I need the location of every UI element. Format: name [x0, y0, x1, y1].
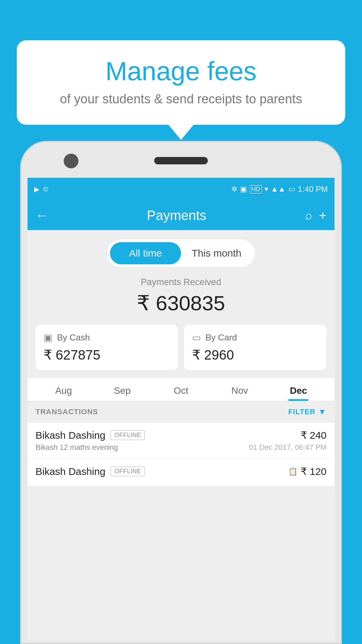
filter-button[interactable]: FILTER ▼	[288, 407, 326, 417]
payments-amount: ₹ 630835	[27, 291, 335, 315]
transaction-row-2-top: Bikash Dashing OFFLINE 📋 ₹ 120	[36, 466, 326, 477]
tab-nov[interactable]: Nov	[210, 378, 269, 401]
transaction-date-1: 01 Dec 2017, 06:47 PM	[249, 443, 326, 452]
card-label: By Card	[205, 332, 237, 343]
cash-card-header: ▣ By Cash	[44, 332, 170, 343]
speaker-bar	[154, 157, 208, 164]
cash-amount: ₹ 627875	[44, 347, 170, 363]
tab-oct[interactable]: Oct	[152, 378, 210, 401]
filter-icon: ▼	[318, 407, 326, 417]
card-card: ▭ By Card ₹ 2960	[184, 325, 326, 370]
hero-title: Manage fees	[37, 57, 325, 86]
toggle-pill: All time This month	[107, 239, 255, 267]
toggle-container: All time This month	[27, 230, 335, 274]
hero-card: Manage fees of your students & send rece…	[17, 40, 345, 125]
play-icon: ▶	[34, 185, 39, 193]
add-button[interactable]: +	[319, 208, 326, 223]
transaction-desc-1: Bikash 12 maths evening	[36, 443, 244, 452]
back-button[interactable]: ←	[36, 208, 48, 223]
payments-section: Payments Received ₹ 630835	[27, 274, 335, 325]
tab-dec[interactable]: Dec	[269, 378, 328, 401]
status-right-icons: ✲ ▣ HD ▾ ▲▲ ▭ 1:40 PM	[231, 184, 328, 194]
app-icon: ©	[43, 185, 48, 193]
cash-icon: ▣	[44, 332, 52, 343]
status-time: 1:40 PM	[298, 184, 328, 194]
transaction-amount-1: ₹ 240	[301, 429, 326, 441]
card-icon: ▭	[192, 332, 201, 343]
tab-sep[interactable]: Sep	[93, 378, 152, 401]
offline-badge-1: OFFLINE	[111, 430, 145, 440]
transaction-row-1-bottom: Bikash 12 maths evening 01 Dec 2017, 06:…	[36, 443, 326, 452]
transaction-name-2: Bikash Dashing	[36, 466, 105, 477]
hero-subtitle: of your students & send receipts to pare…	[37, 92, 325, 106]
transaction-row-1-top: Bikash Dashing OFFLINE ₹ 240	[36, 429, 326, 441]
cash-label: By Cash	[57, 332, 90, 343]
toggle-all-time[interactable]: All time	[110, 242, 181, 264]
payment-cards: ▣ By Cash ₹ 627875 ▭ By Card ₹ 2960	[27, 325, 335, 378]
transaction-name-1: Bikash Dashing	[36, 430, 105, 441]
signal-icon: ▣	[240, 185, 247, 194]
app-bar-title: Payments	[55, 208, 298, 223]
battery-icon: ▭	[288, 185, 295, 194]
screen: ▶ © ✲ ▣ HD ▾ ▲▲ ▭ 1:40 PM ← Payments ⌕	[27, 178, 335, 641]
transaction-amount-2: ₹ 120	[301, 466, 326, 477]
card-amount: ₹ 2960	[192, 347, 318, 363]
phone-frame: ▶ © ✲ ▣ HD ▾ ▲▲ ▭ 1:40 PM ← Payments ⌕	[20, 141, 342, 644]
app-bar: ← Payments ⌕ +	[27, 201, 335, 230]
cash-card: ▣ By Cash ₹ 627875	[36, 325, 178, 370]
status-left-icons: ▶ ©	[34, 185, 48, 193]
phone-inner: ▶ © ✲ ▣ HD ▾ ▲▲ ▭ 1:40 PM ← Payments ⌕	[23, 144, 339, 641]
transactions-label: TRANSACTIONS	[36, 408, 98, 416]
camera-dot	[64, 154, 78, 168]
transactions-header: TRANSACTIONS FILTER ▼	[27, 401, 335, 423]
hd-badge: HD	[250, 185, 262, 194]
payments-label: Payments Received	[27, 277, 335, 287]
signal-bars: ▲▲	[271, 185, 286, 194]
card-card-header: ▭ By Card	[192, 332, 318, 343]
filter-label: FILTER	[288, 408, 315, 416]
offline-badge-2: OFFLINE	[111, 467, 145, 476]
table-row[interactable]: Bikash Dashing OFFLINE ₹ 240 Bikash 12 m…	[27, 423, 335, 459]
doc-icon: 📋	[288, 467, 297, 476]
toggle-this-month[interactable]: This month	[181, 242, 252, 264]
table-row[interactable]: Bikash Dashing OFFLINE 📋 ₹ 120	[27, 459, 335, 486]
month-tabs: Aug Sep Oct Nov Dec	[27, 378, 335, 401]
status-bar: ▶ © ✲ ▣ HD ▾ ▲▲ ▭ 1:40 PM	[27, 178, 335, 201]
wifi-icon: ▾	[264, 185, 268, 194]
tab-aug[interactable]: Aug	[34, 378, 93, 401]
search-button[interactable]: ⌕	[305, 208, 312, 222]
main-content: All time This month Payments Received ₹ …	[27, 230, 335, 641]
bluetooth-icon: ✲	[231, 185, 237, 194]
